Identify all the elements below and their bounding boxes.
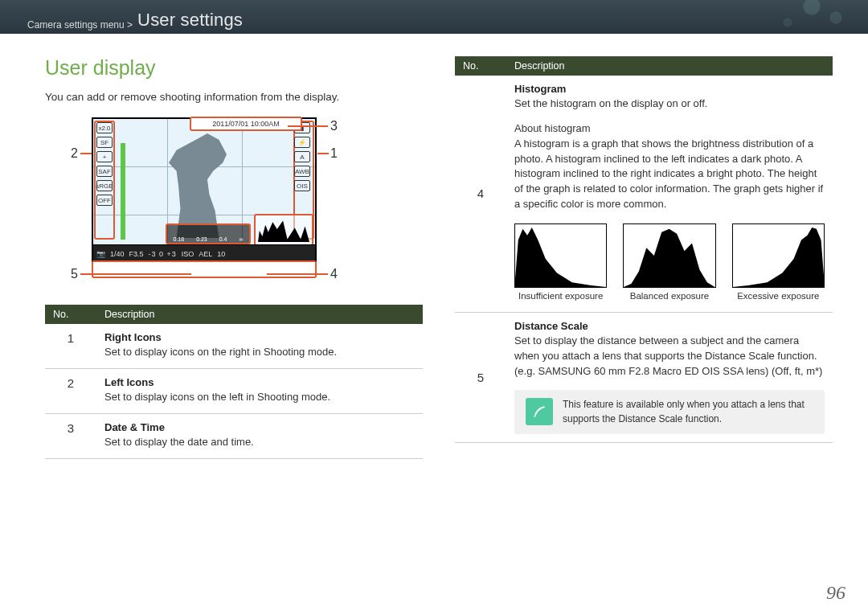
th-desc: Description (506, 56, 833, 76)
status-iso-icon: ISO (182, 250, 194, 258)
ois-icon: OIS (294, 180, 310, 191)
th-desc: Description (96, 305, 423, 324)
status-ael: AEL (199, 250, 212, 258)
note-icon (526, 398, 553, 425)
th-no: No. (45, 305, 96, 324)
table-row: 4 Histogram Set the histogram on the dis… (455, 76, 833, 312)
datetime-highlight: 2011/07/01 10:00AM (190, 117, 302, 131)
description-table-left: No. Description 1 Right Icons Set to dis… (45, 305, 423, 459)
zoom-icon: x2.0 (96, 122, 113, 133)
banner-decoration (627, 0, 868, 34)
section-title: User display (45, 56, 423, 80)
row-body: Set to display icons on the right in Sho… (104, 345, 415, 360)
row-no: 5 (455, 312, 506, 442)
histogram-box-icon (514, 223, 607, 288)
row-no: 4 (455, 76, 506, 312)
breadcrumb-title: User settings (137, 10, 243, 31)
histogram-highlight (254, 214, 313, 246)
camera-screen: x2.0 SF + SAF sRGB OFF ▮ ⚡ A AWB OIS (92, 117, 317, 262)
flash-icon: ⚡ (294, 137, 310, 148)
header-banner: Camera settings menu > User settings (0, 0, 868, 34)
left-column: User display You can add or remove shoot… (45, 56, 423, 459)
status-icon: 📷 (96, 250, 105, 258)
callout-1-line (317, 153, 329, 154)
row-title: Date & Time (104, 421, 415, 433)
row-title: Right Icons (104, 331, 415, 343)
camera-status-bar: 📷 1/40 F3.5 -3 0 +3 ISO AEL 10 (93, 244, 315, 262)
row-body: A histogram is a graph that shows the br… (514, 137, 825, 212)
intro-text: You can add or remove shooting informati… (45, 91, 423, 103)
description-table-right: No. Description 4 Histogram Set the hist… (455, 56, 833, 443)
table-row: 1 Right Icons Set to display icons on th… (45, 324, 423, 368)
histogram-example-left: Insufficient exposure (514, 223, 607, 301)
row-title: Distance Scale (514, 320, 825, 332)
table-row: 2 Left Icons Set to display icons on the… (45, 368, 423, 413)
callout-1: 1 (330, 146, 338, 161)
off-icon: OFF (96, 195, 113, 206)
callout-3: 3 (330, 119, 338, 133)
callout-3-line (288, 125, 328, 127)
srgb-icon: sRGB (96, 180, 113, 191)
hist-label: Insufficient exposure (514, 291, 607, 301)
quality-icon: SF (96, 137, 113, 148)
status-ev-scale: -3 0 +3 (149, 250, 177, 258)
status-bar-highlight (92, 260, 317, 278)
table-row: 3 Date & Time Set to display the date an… (45, 413, 423, 458)
callout-4-line (267, 273, 328, 275)
level-bar-icon (121, 143, 125, 240)
row-body: Set to display icons on the left in Shoo… (104, 390, 415, 405)
th-no: No. (455, 56, 506, 76)
datetime-value: 2011/07/01 10:00AM (212, 120, 280, 128)
callout-5: 5 (71, 267, 78, 281)
right-column: No. Description 4 Histogram Set the hist… (455, 56, 833, 459)
mode-icon: A (294, 151, 310, 162)
row-subhead: About histogram (514, 121, 825, 137)
note-text: This feature is available only when you … (563, 398, 813, 426)
ev-icon: + (96, 151, 113, 162)
camera-illustration: x2.0 SF + SAF sRGB OFF ▮ ⚡ A AWB OIS (77, 117, 358, 290)
page-number: 96 (826, 582, 845, 604)
row-body: Set to display the distance between a su… (514, 334, 825, 379)
histogram-examples: Insufficient exposure Balanced exposure (514, 223, 825, 301)
manual-page: Camera settings menu > User settings Use… (0, 0, 868, 615)
callout-2-line (80, 153, 92, 154)
row-title: Histogram (514, 83, 825, 95)
hist-label: Excessive exposure (732, 291, 825, 301)
table-row: 5 Distance Scale Set to display the dist… (455, 312, 833, 442)
row-title: Left Icons (104, 376, 415, 388)
callout-5-line (80, 273, 191, 275)
histogram-example-center: Balanced exposure (623, 223, 715, 301)
status-aperture: F3.5 (129, 250, 144, 258)
breadcrumb-prefix: Camera settings menu > (27, 19, 133, 31)
row-body: Set to display the date and time. (104, 435, 415, 450)
content-columns: User display You can add or remove shoot… (0, 34, 868, 459)
callout-2: 2 (71, 146, 78, 161)
histogram-box-icon (732, 223, 825, 288)
row-body: Set the histogram on the display on or o… (514, 96, 825, 112)
wb-icon: AWB (294, 166, 310, 177)
row-no: 2 (45, 368, 96, 413)
note-box: This feature is available only when you … (514, 390, 825, 434)
status-count: 10 (217, 250, 225, 258)
row-no: 3 (45, 413, 96, 458)
histogram-example-right: Excessive exposure (732, 223, 825, 301)
histogram-box-icon (623, 223, 715, 288)
histogram-mini-icon (258, 218, 309, 242)
af-icon: SAF (96, 166, 113, 177)
status-shutter: 1/40 (110, 250, 125, 258)
left-icon-column: x2.0 SF + SAF sRGB OFF (96, 122, 114, 206)
right-icon-column: ▮ ⚡ A AWB OIS (294, 122, 312, 191)
callout-4: 4 (330, 267, 338, 281)
row-no: 1 (45, 324, 96, 368)
hist-label: Balanced exposure (623, 291, 715, 301)
distance-scale-highlight: 0.18 0.23 0.4 ∞ (166, 223, 251, 244)
